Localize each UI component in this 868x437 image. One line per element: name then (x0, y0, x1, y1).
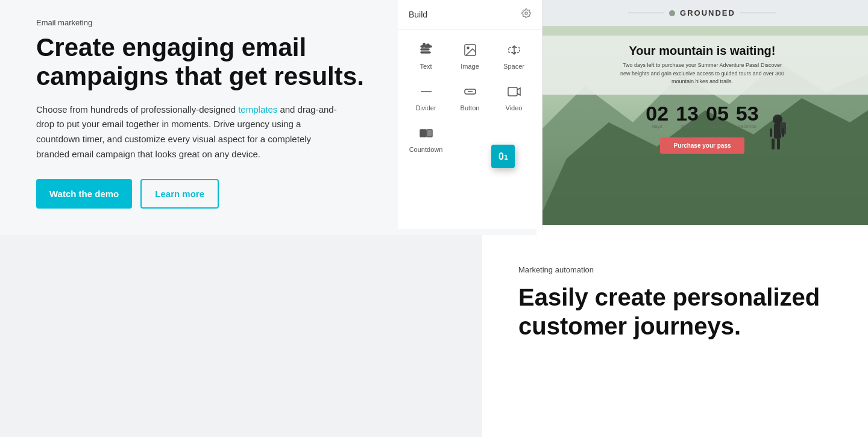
hours-value: 13 (676, 103, 699, 124)
hero-text-box: Your mountain is waiting! Two days left … (536, 36, 868, 95)
svg-text:Aa: Aa (422, 43, 430, 49)
tool-countdown[interactable]: 0₁ Countdown (404, 119, 448, 160)
brand-line-left (628, 13, 664, 13)
minutes-label: minutes (706, 124, 729, 129)
main-heading: Create engaging email campaigns that get… (36, 33, 368, 92)
watch-demo-button[interactable]: Watch the demo (36, 179, 132, 209)
button-tool-label: Button (461, 104, 480, 112)
video-tool-label: Video (506, 104, 523, 112)
builder-title: Build (409, 10, 427, 19)
days-value: 02 (646, 103, 668, 124)
section-label-2: Marketing automation (518, 265, 832, 274)
email-brand-header: GROUNDED (536, 0, 868, 26)
svg-rect-2 (421, 49, 429, 50)
bottom-right-content: Marketing automation Easily create perso… (482, 235, 868, 437)
svg-text:0₁: 0₁ (421, 131, 425, 136)
button-tool-icon (463, 84, 477, 102)
email-hero-section: Your mountain is waiting! Two days left … (536, 26, 868, 225)
text-tool-label: Text (420, 63, 432, 70)
divider-tool-label: Divider (415, 104, 436, 112)
section-label: Email marketing (36, 18, 368, 27)
learn-more-button[interactable]: Learn more (140, 179, 219, 209)
left-content-panel: Email marketing Create engaging email ca… (0, 0, 398, 235)
builder-header: Build (398, 0, 542, 30)
countdown-drag-element: 0₁ (491, 145, 515, 168)
svg-rect-12 (508, 87, 517, 96)
brand-dot (669, 10, 675, 16)
divider-tool-icon (419, 84, 433, 102)
countdown-hours: 13 hours (676, 103, 699, 129)
marketing-automation-section: Marketing automation Easily create perso… (0, 235, 868, 437)
main-heading-2: Easily create personalized customer jour… (518, 283, 832, 341)
text-tool-icon: Aa (419, 43, 433, 60)
brand-line-right (740, 13, 776, 13)
email-card: GROUNDED (536, 0, 868, 235)
email-marketing-section: Email marketing Create engaging email ca… (0, 0, 868, 235)
countdown-days: 02 days (646, 103, 668, 129)
countdown-tool-icon: 0₁ (419, 126, 433, 143)
video-tool-icon (507, 84, 521, 102)
countdown-sep-3 (731, 103, 734, 129)
gear-icon[interactable] (521, 8, 531, 20)
minutes-value: 05 (706, 103, 729, 124)
hero-title: Your mountain is waiting! (549, 44, 856, 58)
tool-divider[interactable]: Divider (404, 77, 448, 119)
seconds-label: seconds (736, 124, 759, 129)
tool-text[interactable]: Aa Text (404, 36, 448, 77)
image-tool-icon (463, 43, 477, 60)
description-text: Choose from hundreds of professionally-d… (36, 102, 338, 162)
svg-point-6 (467, 47, 469, 49)
spacer-tool-label: Spacer (503, 63, 524, 70)
builder-panel: Build Aa Text (398, 0, 542, 229)
countdown-sep-2 (701, 103, 703, 129)
tool-spacer[interactable]: Spacer (492, 36, 536, 77)
spacer-tool-icon (507, 43, 521, 60)
tool-button[interactable]: Button (448, 77, 492, 119)
image-tool-label: Image (461, 63, 479, 70)
email-overlay-content: Your mountain is waiting! Two days left … (536, 26, 868, 225)
bottom-left-visual (0, 235, 482, 437)
builder-tools-grid: Aa Text Image (398, 30, 542, 166)
countdown-timer: 02 days 13 hours 05 minutes (646, 103, 758, 129)
countdown-tool-label: Countdown (409, 146, 443, 153)
countdown-minutes: 05 minutes (706, 103, 729, 129)
templates-link[interactable]: templates (238, 104, 277, 115)
cta-buttons: Watch the demo Learn more (36, 179, 368, 209)
countdown-seconds: 53 seconds (736, 103, 759, 129)
seconds-value: 53 (736, 103, 759, 124)
tool-video[interactable]: Video (492, 77, 536, 119)
tool-image[interactable]: Image (448, 36, 492, 77)
countdown-sep-1 (671, 103, 673, 129)
svg-point-0 (525, 12, 527, 14)
hero-subtitle: Two days left to purchase your Summer Ad… (618, 61, 787, 86)
countdown-drag-icon: 0₁ (498, 151, 508, 162)
right-mockup-area: Build Aa Text (398, 0, 868, 235)
svg-rect-3 (421, 52, 430, 53)
email-cta-button[interactable]: Purchase your pass (660, 137, 744, 154)
svg-rect-15 (427, 130, 432, 137)
email-preview-panel: GROUNDED (536, 0, 868, 235)
brand-name: GROUNDED (680, 8, 735, 17)
